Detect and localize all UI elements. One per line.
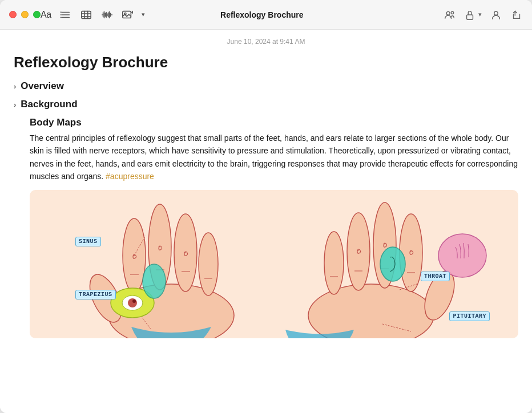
background-chevron: ›	[14, 100, 16, 109]
svg-point-50	[324, 232, 344, 294]
svg-point-3	[60, 11, 61, 13]
hashtag[interactable]: #acupressure	[106, 172, 154, 181]
lock-icon[interactable]	[464, 9, 476, 21]
svg-point-55	[380, 247, 405, 281]
overview-title: Overview	[21, 80, 64, 92]
svg-point-56	[438, 234, 486, 277]
toolbar-right: ▾	[443, 9, 523, 21]
main-window: Aa	[0, 0, 532, 413]
date-header: June 10, 2024 at 9:41 AM	[14, 30, 518, 51]
traffic-lights	[9, 11, 41, 18]
hand-illustration	[30, 190, 518, 338]
minimize-button[interactable]	[21, 11, 29, 18]
user-icon[interactable]	[490, 9, 502, 21]
close-button[interactable]	[9, 11, 17, 18]
overview-section-header[interactable]: › Overview	[14, 80, 518, 92]
lock-dropdown-icon[interactable]: ▾	[478, 11, 482, 18]
document-title-toolbar: Reflexology Brochure	[81, 10, 443, 19]
svg-point-26	[451, 11, 453, 14]
svg-point-47	[400, 214, 422, 291]
list-view-icon[interactable]	[59, 9, 72, 21]
body-maps-title: Body Maps	[30, 117, 518, 128]
font-size-button[interactable]: Aa	[41, 10, 51, 20]
background-section-header[interactable]: › Background	[14, 99, 518, 110]
svg-rect-27	[467, 15, 473, 19]
trapezius-label: TRAPEZIUS	[75, 290, 116, 299]
svg-point-44	[143, 264, 166, 298]
document-content: June 10, 2024 at 9:41 AM Reflexology Bro…	[0, 30, 532, 413]
background-title: Background	[21, 99, 77, 110]
svg-point-5	[60, 17, 61, 18]
share-icon[interactable]	[510, 9, 523, 21]
sinus-label: SINUS	[75, 237, 101, 246]
hand-illustration-container: SINUS TRAPEZIUS THROAT PITUITARY	[30, 190, 518, 338]
svg-point-49	[347, 213, 370, 290]
overview-chevron: ›	[14, 82, 16, 91]
collaborate-icon[interactable]	[443, 9, 456, 21]
pituitary-label: PITUITARY	[449, 311, 490, 321]
maximize-button[interactable]	[33, 11, 41, 18]
svg-point-25	[446, 11, 450, 15]
throat-label: THROAT	[421, 272, 450, 281]
svg-point-28	[494, 11, 498, 15]
svg-point-42	[128, 298, 137, 307]
svg-point-43	[132, 299, 136, 303]
svg-point-4	[60, 14, 61, 15]
svg-point-35	[199, 233, 218, 295]
titlebar: Aa	[0, 0, 532, 30]
document-title: Reflexology Brochure	[14, 51, 518, 71]
body-maps-text: The central principles of reflexology su…	[30, 132, 518, 183]
